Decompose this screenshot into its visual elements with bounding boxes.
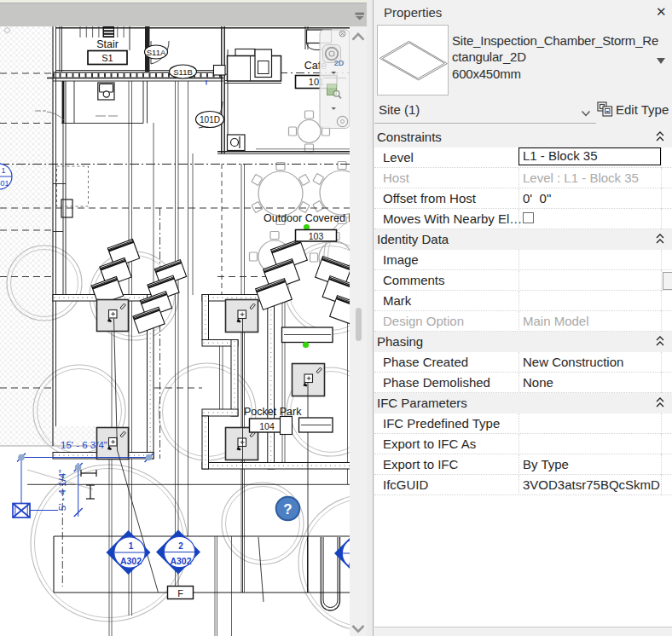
svg-text:301: 301 [0,179,9,188]
svg-text:2: 2 [178,541,183,551]
svg-text:S11B: S11B [173,67,193,77]
svg-text:5' - 4 1/4": 5' - 4 1/4" [57,470,67,511]
svg-text:101D: 101D [200,115,220,124]
svg-text:Outdoor Covered Din: Outdoor Covered Din [264,212,350,224]
svg-text:?: ? [283,501,292,517]
svg-text:S11A: S11A [147,48,166,57]
svg-text:S1: S1 [101,53,113,63]
svg-text:2D: 2D [334,59,345,67]
svg-text:A302: A302 [120,556,142,566]
svg-text:1: 1 [129,541,134,551]
svg-text:Pocket Park: Pocket Park [244,406,302,418]
svg-text:103: 103 [309,231,324,241]
svg-text:A302: A302 [170,556,191,566]
svg-text:104: 104 [259,421,275,431]
svg-text:F: F [177,588,183,598]
svg-text:1: 1 [1,166,5,175]
svg-text:Stair: Stair [96,38,119,50]
svg-text:15' - 6 3/4": 15' - 6 3/4" [61,440,107,450]
